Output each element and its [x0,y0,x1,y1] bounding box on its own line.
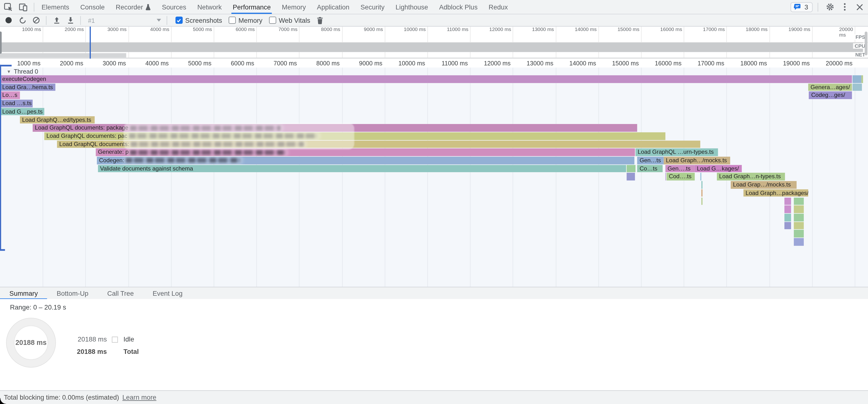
record-icon[interactable] [4,16,12,24]
selection-bracket-bottom [0,249,5,251]
export-profile-icon[interactable] [66,16,74,24]
tab-application[interactable]: Application [311,0,355,14]
flame-frame-lo-s[interactable]: Lo…s [0,92,20,99]
flame-frame-load-graph-mocks-ts[interactable]: Load Graph…/mocks.ts [663,157,730,164]
gridline [556,68,556,287]
timeline-overview[interactable]: 1000 ms2000 ms3000 ms4000 ms5000 ms6000 … [0,26,868,59]
flame-frame-co-ts[interactable]: Co…ts [638,165,662,172]
tab-performance[interactable]: Performance [227,0,276,14]
flame-frame-load-gra-hema-ts[interactable]: Load Gra…hema.ts [0,83,55,91]
learn-more-link[interactable]: Learn more [122,394,156,401]
profile-select[interactable]: #1 [88,16,161,25]
flame-frame[interactable] [852,75,861,83]
flame-frame-load-graph-packages[interactable]: Load Graph…packages/ [743,189,808,197]
gridline [855,68,855,287]
flame-frame[interactable] [794,197,804,205]
overview-tick-label: 9000 ms [364,27,384,32]
flame-frame[interactable] [794,214,804,221]
checkbox-screenshots[interactable]: Screenshots [176,16,222,24]
close-icon[interactable] [855,2,865,12]
overview-scrollbar-thumb[interactable] [865,31,867,55]
tab-adblock-plus[interactable]: Adblock Plus [434,0,483,14]
frame-label: Codegen: [97,157,124,164]
flame-frame[interactable] [702,197,702,205]
flame-frame[interactable] [665,173,666,181]
divider [80,16,81,25]
details-tabbar: SummaryBottom-UpCall TreeEvent Log [0,287,868,300]
frame-label: Gen…ts [638,157,661,164]
device-toolbar-icon[interactable] [19,2,28,11]
clear-icon[interactable] [32,16,40,24]
flame-frame[interactable] [702,189,702,197]
flame-frame[interactable] [702,181,702,189]
checkbox-checked-icon[interactable] [176,17,183,24]
checkbox-unchecked-icon[interactable] [269,17,276,24]
details-tab-event-log[interactable]: Event Log [143,287,192,299]
flame-frame[interactable] [794,230,804,237]
flame-frame-genera-ages[interactable]: Genera…ages/ [808,83,852,91]
details-tab-summary[interactable]: Summary [0,287,47,299]
flame-frame[interactable] [794,222,804,229]
tab-sources[interactable]: Sources [156,0,192,14]
legend-label: Idle [124,336,134,343]
ruler-tick-label: 20000 ms [826,60,855,66]
flame-frame-load-s-ts[interactable]: Load …s.ts [0,100,33,107]
tab-console[interactable]: Console [75,0,110,14]
flame-frame[interactable] [794,206,804,213]
flame-frame-load-graphql-urn-types-ts[interactable]: Load GraphQL …urn-types.ts [636,149,718,156]
settings-gear-icon[interactable] [825,2,835,12]
details-tab-call-tree[interactable]: Call Tree [98,287,143,299]
tab-lighthouse[interactable]: Lighthouse [390,0,434,14]
flame-frame[interactable] [784,214,791,221]
gridline [214,68,214,287]
reload-icon[interactable] [18,16,26,24]
overview-left-handle[interactable] [0,31,2,54]
flame-frame[interactable] [627,165,636,172]
flame-frame[interactable] [701,173,702,181]
flame-frame-gen-ts[interactable]: Gen….ts [665,165,694,172]
overview-tick-label: 3000 ms [107,27,128,32]
overview-cursor[interactable] [90,26,91,59]
tab-network[interactable]: Network [192,0,227,14]
flame-frame-gen-ts[interactable]: Gen…ts [638,157,663,164]
tab-security[interactable]: Security [355,0,390,14]
tab-label: Application [317,3,349,11]
flame-frame-load-grap-mocks-ts[interactable]: Load Grap…/mocks.ts [731,181,797,189]
checkbox-unchecked-icon[interactable] [228,17,236,24]
details-tab-bottom-up[interactable]: Bottom-Up [47,287,98,299]
flame-frame-load-graphq-ed-types-ts[interactable]: Load GraphQ…ed/types.ts [20,116,95,124]
flame-frame-executecodegen[interactable]: executeCodegen [0,75,852,83]
flame-frame[interactable] [627,173,635,181]
flame-frame[interactable] [784,197,791,205]
flame-frame-validate-documents-against-schema[interactable]: Validate documents against schema [98,165,626,172]
flame-frame-load-g-kages[interactable]: Load G…kages/ [694,165,742,172]
gridline [171,68,172,287]
checkbox-memory[interactable]: Memory [228,16,262,24]
tab-recorder[interactable]: Recorder [110,0,156,14]
inspect-icon[interactable] [4,2,13,11]
issues-messages-button[interactable]: 3 [791,2,813,12]
tab-redux[interactable]: Redux [483,0,514,14]
legend-row-idle: 20188 msIdle [73,333,139,345]
tab-memory[interactable]: Memory [276,0,311,14]
flame-frame[interactable] [784,222,791,229]
flame-frame[interactable] [784,206,791,213]
checkbox-web-vitals[interactable]: Web Vitals [269,16,310,24]
flame-frame-load-g-pes-ts[interactable]: Load G…pes.ts [0,108,44,115]
import-profile-icon[interactable] [53,16,61,24]
thread-header[interactable]: ▼ Thread 0 [6,68,38,74]
trash-icon[interactable] [316,16,324,24]
flame-frame-codegen[interactable]: Codegen: [97,157,634,164]
frame-label: Lo…s [0,92,18,99]
flame-frame[interactable] [852,83,862,91]
flame-frame-load-graph-n-types-ts[interactable]: Load Graph…n-types.ts [717,173,785,181]
flame-frame-cod-ts[interactable]: Cod….ts [667,173,695,181]
tab-elements[interactable]: Elements [36,0,75,14]
flame-frame[interactable] [794,238,804,246]
messages-count: 3 [805,3,808,11]
flame-frame[interactable] [862,75,863,83]
flame-frame-generate-p[interactable]: Generate: p [96,149,635,156]
flame-frame-codeg-ges[interactable]: Codeg…ges/ [809,92,851,99]
kebab-menu-icon[interactable] [840,2,849,12]
flamechart[interactable]: ▼ Thread 0 executeCodegenLoad Gra…hema.t… [0,68,868,287]
